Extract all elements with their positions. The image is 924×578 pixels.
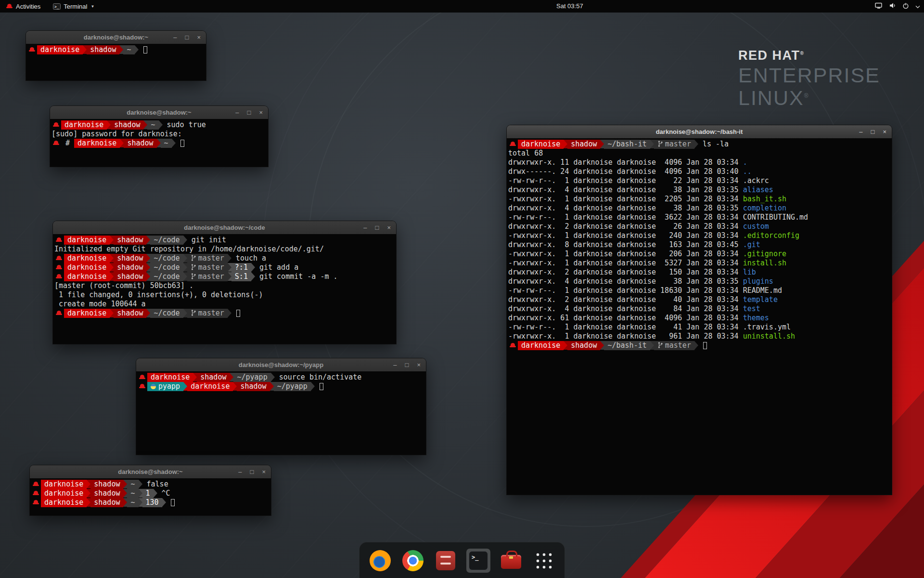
dock-item-app-grid[interactable]: [532, 549, 556, 573]
close-button[interactable]: ×: [417, 358, 421, 371]
app-menu[interactable]: >_ Terminal ▼: [51, 0, 96, 13]
window-titlebar[interactable]: darknoise@shadow:~/pyapp –□×: [136, 358, 426, 372]
close-button[interactable]: ×: [197, 31, 201, 44]
redhat-prompt-icon: [55, 254, 63, 263]
terminal-text: source bin/activate: [275, 373, 362, 381]
powerline-arrow: [650, 140, 654, 148]
powerline-arrow: [146, 263, 150, 272]
prompt-segment: shadow: [197, 373, 230, 382]
prompt-segment: ~: [147, 120, 158, 130]
close-button[interactable]: ×: [883, 125, 886, 138]
terminal-content[interactable]: darknoiseshadow~ sudo true[sudo] passwor…: [50, 119, 268, 167]
maximize-button[interactable]: □: [247, 106, 251, 119]
prompt-segment: shadow: [114, 236, 146, 245]
terminal-text: total 68: [508, 149, 543, 158]
terminal-text: drwx------. 24 darknoise darknoise 4096 …: [508, 167, 743, 176]
prompt-segment: ~/bash-it: [604, 140, 650, 149]
terminal-text: [231, 309, 236, 317]
powerline-arrow: [123, 480, 127, 488]
maximize-button[interactable]: □: [405, 358, 409, 371]
maximize-button[interactable]: □: [185, 31, 189, 44]
brand-enterprise: ENTERPRISE: [738, 65, 880, 86]
terminal-text: drwxrwxr-x. 2 darknoise darknoise 150 Ja…: [508, 268, 743, 276]
terminal-text: themes: [743, 314, 769, 322]
window-titlebar[interactable]: darknoise@shadow:~/bash-it –□×: [507, 125, 892, 139]
terminal-line: darknoiseshadow~130: [31, 498, 271, 507]
git-branch-icon: [191, 273, 196, 280]
terminal-line: drwxrwxr-x. 4 darknoise darknoise 84 Jan…: [508, 304, 892, 314]
terminal-text: create mode 100644 a: [54, 300, 146, 308]
powerline-arrow: [233, 382, 237, 391]
prompt-segment: master: [187, 272, 228, 281]
terminal-window-5: darknoise@shadow:~ –□× darknoiseshadow~ …: [30, 465, 271, 515]
screen-share-icon[interactable]: [875, 2, 883, 11]
terminal-text: [sudo] password for darknoise:: [51, 130, 186, 138]
prompt-segment: darknoise: [64, 254, 110, 263]
dock-item-toolbox[interactable]: [499, 549, 523, 573]
terminal-line: -rwxrwxr-x. 1 darknoise darknoise 961 Ja…: [508, 332, 892, 341]
volume-icon[interactable]: [889, 2, 896, 10]
powerline-arrow: [146, 236, 150, 244]
prompt-segment: ~/bash-it: [604, 341, 650, 350]
activities-button[interactable]: Activities: [4, 0, 42, 13]
redhat-prompt-icon: [32, 498, 39, 507]
prompt-segment: darknoise: [518, 140, 564, 149]
terminal-text: completion: [743, 204, 786, 212]
minimize-button[interactable]: –: [859, 125, 862, 138]
power-icon[interactable]: [902, 2, 909, 11]
maximize-button[interactable]: □: [250, 465, 254, 478]
window-title: darknoise@shadow:~: [118, 468, 182, 475]
terminal-text: false: [142, 480, 168, 488]
window-title: darknoise@shadow:~/bash-it: [656, 128, 743, 135]
terminal-cursor: [180, 140, 184, 147]
dock-item-files[interactable]: [434, 549, 458, 573]
clock[interactable]: Sat 03:57: [556, 0, 583, 13]
window-titlebar[interactable]: darknoise@shadow:~/code –□×: [53, 221, 396, 235]
terminal-content[interactable]: darknoiseshadow~ falsedarknoiseshadow~1 …: [30, 478, 271, 515]
powerline-arrow: [228, 263, 231, 272]
powerline-arrow: [83, 45, 87, 54]
activities-label: Activities: [16, 3, 40, 10]
terminal-text: git add a: [255, 263, 298, 272]
prompt-segment: shadow: [237, 382, 270, 391]
terminal-content[interactable]: darknoiseshadow~/code git initInitialize…: [53, 234, 396, 344]
prompt-segment: shadow: [90, 489, 123, 498]
prompt-segment: ~: [161, 139, 172, 148]
close-button[interactable]: ×: [262, 465, 266, 478]
minimize-button[interactable]: –: [363, 221, 367, 234]
minimize-button[interactable]: –: [238, 465, 242, 478]
close-button[interactable]: ×: [259, 106, 263, 119]
dock-item-chrome[interactable]: [401, 549, 425, 573]
terminal-text: sudo true: [163, 120, 206, 129]
terminal-text: drwxrwxr-x. 11 darknoise darknoise 4096 …: [508, 158, 743, 167]
maximize-button[interactable]: □: [871, 125, 875, 138]
app-grid-icon: [535, 552, 553, 570]
terminal-cursor: [171, 499, 175, 506]
window-titlebar[interactable]: darknoise@shadow:~ –□×: [30, 465, 271, 479]
minimize-button[interactable]: –: [173, 31, 177, 44]
terminal-content[interactable]: darknoiseshadow~/pyapp source bin/activa…: [136, 371, 426, 455]
minimize-button[interactable]: –: [393, 358, 397, 371]
terminal-text: Initialized empty Git repository in /hom…: [54, 245, 324, 253]
minimize-button[interactable]: –: [235, 106, 239, 119]
terminal-content[interactable]: darknoiseshadow~: [26, 44, 206, 80]
terminal-cursor: [236, 310, 240, 317]
prompt-segment: 1: [142, 489, 154, 498]
dock-item-terminal[interactable]: >_: [466, 549, 490, 573]
terminal-text: 1 file changed, 0 insertions(+), 0 delet…: [54, 290, 263, 299]
close-button[interactable]: ×: [387, 221, 391, 234]
maximize-button[interactable]: □: [375, 221, 379, 234]
terminal-text: README.md: [743, 286, 782, 295]
terminal-line: drwxrwxr-x. 2 darknoise darknoise 40 Jan…: [508, 295, 892, 304]
powerline-arrow: [110, 309, 114, 317]
terminal-line: -rwxrwxr-x. 1 darknoise darknoise 5327 J…: [508, 259, 892, 268]
dock-item-firefox[interactable]: [368, 549, 392, 573]
terminal-text: ^C: [157, 489, 170, 498]
prompt-segment: master: [654, 140, 694, 149]
powerline-arrow: [146, 272, 150, 281]
terminal-content[interactable]: darknoiseshadow~/bash-itmaster ls -latot…: [507, 138, 892, 495]
window-titlebar[interactable]: darknoise@shadow:~ –□×: [26, 31, 206, 44]
window-titlebar[interactable]: darknoise@shadow:~ –□×: [50, 106, 268, 119]
terminal-text: .ackrc: [743, 176, 769, 185]
chevron-down-icon[interactable]: [915, 3, 920, 10]
